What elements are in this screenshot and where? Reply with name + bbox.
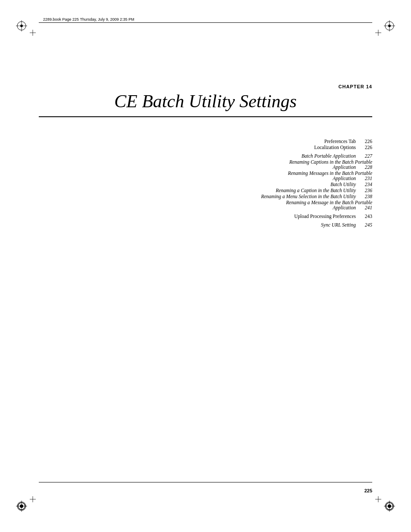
svg-point-3 xyxy=(20,25,23,27)
main-content: CHAPTER 14 CE Batch Utility Settings Pre… xyxy=(39,43,372,476)
toc-text-renaming-messages-line2: Application xyxy=(333,176,356,181)
toc-text-renaming-messages-line1: Renaming Messages in the Batch Portable xyxy=(39,171,372,176)
chapter-label: CHAPTER 14 xyxy=(39,84,372,89)
toc-text-renaming-captions-line1: Renaming Captions in the Batch Portable xyxy=(39,159,372,165)
corner-mark-tl xyxy=(29,29,36,36)
toc-text-sync-url: Sync URL Setting xyxy=(321,222,356,227)
toc-entry-batch-portable: Batch Portable Application 227 xyxy=(39,153,372,159)
toc-page-renaming-message-portable: 241 xyxy=(359,205,372,210)
reg-mark-bottom-left xyxy=(15,500,28,513)
toc-page-renaming-captions: 228 xyxy=(359,165,372,170)
svg-point-11 xyxy=(20,504,23,508)
toc-page-batch-utility: 234 xyxy=(359,182,372,187)
toc-page-localization: 226 xyxy=(359,145,372,150)
toc-text-renaming-captions-line2: Application xyxy=(333,165,356,170)
header-file-info: 2289.book Page 225 Thursday, July 9, 200… xyxy=(43,17,134,22)
toc-text-upload: Upload Processing Preferences xyxy=(294,214,356,219)
toc-entry-renaming-menu: Renaming a Menu Selection in the Batch U… xyxy=(39,194,372,199)
reg-mark-top-right xyxy=(383,19,396,32)
header-rule xyxy=(39,22,372,23)
reg-mark-bottom-right xyxy=(383,500,396,513)
toc-text-batch-utility: Batch Utility xyxy=(330,182,356,187)
footer-rule xyxy=(39,482,372,482)
toc-page-sync-url: 245 xyxy=(359,222,372,227)
reg-mark-top-left xyxy=(15,19,28,32)
toc-entry-upload: Upload Processing Preferences 243 xyxy=(39,214,372,219)
svg-point-7 xyxy=(388,25,391,27)
toc-text-renaming-message-portable-line2: Application xyxy=(333,205,356,210)
toc-entry-localization: Localization Options 226 xyxy=(39,145,372,150)
toc-entry-batch-utility: Batch Utility 234 xyxy=(39,182,372,187)
toc-text-renaming-message-portable-line1: Renaming a Message in the Batch Portable xyxy=(39,200,372,205)
toc-text-renaming-caption: Renaming a Caption in the Batch Utility xyxy=(276,188,356,193)
corner-mark-tr xyxy=(375,29,382,36)
toc-page-batch-portable: 227 xyxy=(359,153,372,159)
corner-mark-bl xyxy=(29,496,36,503)
toc-entry-sync-url: Sync URL Setting 245 xyxy=(39,222,372,227)
toc-page-preferences-tab: 226 xyxy=(359,139,372,144)
toc-entry-preferences-tab: Preferences Tab 226 xyxy=(39,139,372,144)
toc-page-renaming-caption: 236 xyxy=(359,188,372,193)
toc-entry-renaming-messages: Renaming Messages in the Batch Portable … xyxy=(39,171,372,181)
toc-page-renaming-menu: 238 xyxy=(359,194,372,199)
chapter-title: CE Batch Utility Settings xyxy=(39,91,372,117)
toc-text-preferences-tab: Preferences Tab xyxy=(324,139,356,144)
toc-text-batch-portable: Batch Portable Application xyxy=(302,153,356,159)
page-number: 225 xyxy=(364,488,372,493)
page: 2289.book Page 225 Thursday, July 9, 200… xyxy=(0,0,411,532)
toc-entry-renaming-captions: Renaming Captions in the Batch Portable … xyxy=(39,159,372,170)
toc-page-upload: 243 xyxy=(359,214,372,219)
toc-entry-renaming-caption: Renaming a Caption in the Batch Utility … xyxy=(39,188,372,193)
svg-point-16 xyxy=(388,504,391,508)
toc-entry-renaming-message-portable: Renaming a Message in the Batch Portable… xyxy=(39,200,372,210)
corner-mark-br xyxy=(375,496,382,503)
toc-page-renaming-messages: 231 xyxy=(359,176,372,181)
toc-text-localization: Localization Options xyxy=(314,145,356,150)
toc-container: Preferences Tab 226 Localization Options… xyxy=(39,139,372,227)
toc-text-renaming-menu: Renaming a Menu Selection in the Batch U… xyxy=(261,194,356,199)
